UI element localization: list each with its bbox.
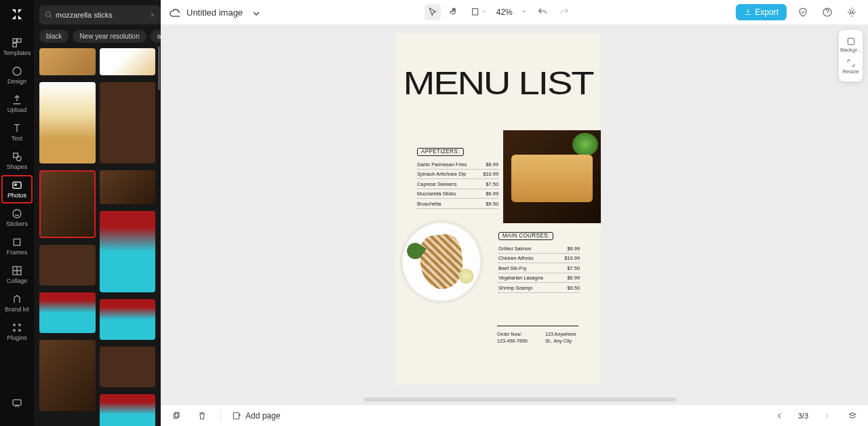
svg-rect-23 (174, 413, 178, 418)
photo-thumb[interactable] (39, 340, 96, 411)
redo-button[interactable] (556, 4, 572, 20)
canvas[interactable]: Backgr... Resize MENU LIST APPETIZERS: G… (161, 24, 868, 404)
zoom-level[interactable]: 42% (496, 7, 519, 17)
photo-thumb[interactable] (100, 82, 156, 163)
help-button[interactable] (819, 4, 835, 20)
mains-heading: MAIN COURSES: (498, 232, 553, 241)
bottom-bar: Add page 3/3 (161, 404, 868, 426)
svg-point-13 (14, 330, 16, 332)
svg-point-7 (15, 184, 17, 186)
search-input[interactable] (56, 11, 149, 19)
appetizers-heading: APPETIZERS: (417, 148, 464, 157)
svg-point-5 (16, 156, 21, 161)
rail-feedback[interactable] (1, 389, 33, 418)
photo-thumb[interactable] (39, 48, 96, 75)
svg-point-16 (46, 12, 51, 17)
svg-point-21 (850, 11, 853, 14)
rail-frames[interactable]: Frames (1, 232, 33, 260)
search-icon (45, 11, 53, 19)
photo-thumb-selected[interactable] (39, 170, 96, 238)
chevron-down-icon[interactable] (250, 7, 260, 18)
svg-rect-19 (472, 9, 477, 15)
menu-title[interactable]: MENU LIST (395, 34, 631, 100)
artboard-tool[interactable] (468, 4, 491, 20)
rail-plugins[interactable]: Plugins (1, 317, 33, 346)
svg-point-12 (19, 324, 21, 326)
resize-button[interactable]: Resize (839, 56, 863, 77)
mains-section[interactable]: MAIN COURSES: Grilled Salmon$8.99 Chicke… (498, 228, 580, 294)
photo-thumb[interactable] (39, 245, 96, 286)
select-tool[interactable] (425, 4, 441, 20)
svg-rect-0 (13, 39, 16, 42)
svg-point-11 (14, 324, 16, 326)
address-info[interactable]: 123 AnywhereSt., Any City (545, 331, 576, 344)
chip-new-year[interactable]: New year resolution (73, 30, 146, 43)
svg-rect-22 (848, 38, 854, 44)
undo-button[interactable] (534, 4, 551, 20)
rail-photos[interactable]: Photos (1, 175, 33, 204)
svg-point-3 (13, 67, 21, 75)
rail-text[interactable]: Text (1, 118, 33, 147)
top-bar: Untitled image 42% Export (161, 0, 868, 24)
menu-image-plate[interactable] (395, 212, 488, 327)
page-counter: 3/3 (798, 412, 808, 420)
layers-button[interactable] (845, 408, 860, 423)
next-page-button[interactable] (819, 408, 834, 423)
svg-point-8 (13, 210, 21, 218)
photo-grid (34, 48, 161, 426)
clear-search-icon[interactable] (149, 12, 156, 18)
photo-thumb[interactable] (39, 292, 96, 333)
photo-thumb[interactable] (100, 299, 156, 340)
rail-upload[interactable]: Upload (1, 90, 33, 118)
app-logo (9, 7, 24, 22)
export-button[interactable]: Export (736, 4, 787, 20)
rail-collage[interactable]: Collage (1, 260, 33, 289)
photo-thumb[interactable] (100, 394, 156, 426)
delete-page-button[interactable] (195, 408, 210, 423)
rail-shapes[interactable]: Shapes (1, 147, 33, 175)
artboard[interactable]: MENU LIST APPETIZERS: Garlic Parmesan Fr… (395, 34, 601, 385)
add-page-button[interactable]: Add page (232, 411, 280, 421)
right-float-panel: Backgr... Resize (839, 30, 863, 81)
svg-rect-9 (14, 239, 20, 245)
settings-button[interactable] (844, 4, 860, 20)
panel-scrollbar[interactable] (158, 46, 160, 90)
chip-arrow[interactable]: arro (151, 30, 161, 43)
duplicate-page-button[interactable] (169, 408, 184, 423)
rail-stickers[interactable]: Stickers (1, 204, 33, 232)
menu-image-sticks[interactable] (503, 130, 601, 223)
photo-thumb[interactable] (100, 347, 156, 387)
photo-thumb[interactable] (100, 48, 156, 75)
photo-thumb[interactable] (39, 82, 96, 163)
prev-page-button[interactable] (772, 408, 787, 423)
rail-brand-kit[interactable]: Brand kit (1, 289, 33, 317)
background-button[interactable]: Backgr... (839, 34, 863, 56)
cloud-icon (169, 7, 180, 18)
order-info[interactable]: Order Now:123-456-7890 (497, 331, 528, 344)
svg-rect-1 (18, 39, 21, 42)
shield-button[interactable] (795, 4, 811, 20)
canvas-scrollbar[interactable] (364, 398, 676, 402)
chevron-down-icon[interactable] (521, 7, 529, 18)
photo-thumb[interactable] (100, 211, 156, 292)
appetizers-section[interactable]: APPETIZERS: Garlic Parmesan Fries$8.99 S… (417, 144, 498, 210)
svg-rect-15 (13, 400, 21, 405)
document-title[interactable]: Untitled image (186, 7, 243, 18)
rail-design[interactable]: Design (1, 61, 33, 90)
search-box[interactable] (39, 5, 161, 24)
footer-divider (497, 326, 578, 326)
svg-rect-6 (13, 182, 21, 188)
photo-thumb[interactable] (100, 170, 156, 204)
main-area: Untitled image 42% Export Backgr... Resi… (161, 0, 868, 426)
svg-point-14 (19, 330, 21, 332)
rail-templates[interactable]: Templates (1, 33, 33, 61)
svg-rect-25 (233, 412, 239, 419)
left-rail: Templates Design Upload Text Shapes Phot… (0, 0, 34, 426)
chip-black[interactable]: black (39, 30, 68, 43)
hand-tool[interactable] (446, 4, 462, 20)
photos-panel: black New year resolution arro (34, 0, 161, 426)
svg-rect-2 (13, 43, 16, 47)
svg-rect-24 (175, 412, 179, 417)
